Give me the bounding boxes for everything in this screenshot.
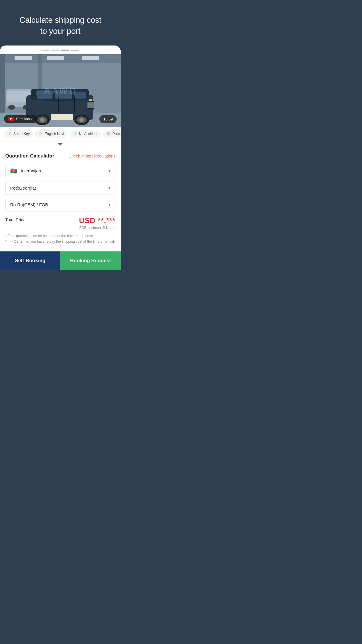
- svg-rect-28: [51, 114, 73, 120]
- car-image: AAWD See Video 1 / 59: [0, 54, 121, 127]
- dot-2: [51, 50, 59, 51]
- dot-4: [71, 50, 79, 51]
- dot-3: [61, 50, 69, 51]
- svg-point-24: [40, 118, 45, 122]
- car-watermark: AAWD: [44, 85, 77, 96]
- port-dropdown[interactable]: Poti(Georgia) ▾: [5, 181, 115, 195]
- svg-rect-2: [15, 56, 32, 60]
- port-chevron-icon: ▾: [108, 186, 110, 190]
- navi-icon: 🗺: [38, 132, 43, 136]
- card-container: AAWD See Video 1 / 59 ⚡ Smart Key 🗺 Engl…: [0, 46, 121, 251]
- shipping-dropdown-left: Ro-Ro(CBM) / FOB: [10, 202, 48, 207]
- feature-tag-navi: 🗺 English Navi: [35, 130, 67, 138]
- port-value: Poti(Georgia): [10, 186, 36, 190]
- country-value: Azerbaijan: [20, 168, 41, 173]
- country-chevron-icon: ▾: [108, 169, 110, 173]
- pagination-dots: [0, 46, 121, 54]
- booking-request-button[interactable]: Booking Request: [60, 251, 121, 270]
- country-dropdown[interactable]: 🇦🇿 Azerbaijan ▾: [5, 164, 115, 178]
- see-video-label: See Video: [16, 117, 34, 121]
- youtube-icon: [8, 117, 14, 121]
- svg-rect-19: [87, 102, 94, 105]
- noaccident-label: No Accident: [79, 132, 98, 136]
- image-counter: 1 / 59: [99, 115, 117, 123]
- feature-tag-smartkey: ⚡ Smart Key: [4, 130, 33, 138]
- country-flag: 🇦🇿: [10, 168, 17, 174]
- price-masked: **,***: [98, 216, 115, 225]
- footnote-line-2: * In FOB terms, you have to pay the ship…: [5, 239, 115, 244]
- total-price-label: Total Price: [5, 216, 26, 222]
- expand-row[interactable]: [0, 141, 121, 148]
- quotation-section: Quotation Calculator Check Import Regula…: [0, 148, 121, 251]
- quotation-header: Quotation Calculator Check Import Regula…: [5, 153, 115, 159]
- page-title: Calculate shipping cost to your port: [9, 15, 112, 37]
- footnote-line-1: * Final quotation can be changed at the …: [5, 233, 115, 239]
- check-import-link[interactable]: Check Import Regulations: [68, 154, 115, 158]
- shipping-dropdown[interactable]: Ro-Ro(CBM) / FOB ▾: [5, 198, 115, 211]
- dot-1: [41, 50, 50, 51]
- feature-tag-polic: 🛡 Polic...: [103, 130, 121, 138]
- navi-label: English Navi: [45, 132, 64, 136]
- polic-label: Polic...: [113, 132, 121, 136]
- card-inner: AAWD See Video 1 / 59 ⚡ Smart Key 🗺 Engl…: [0, 46, 121, 251]
- feature-tags-row: ⚡ Smart Key 🗺 English Navi ✓ No Accident…: [0, 127, 121, 141]
- shipping-value: Ro-Ro(CBM) / FOB: [10, 202, 48, 207]
- polic-icon: 🛡: [106, 132, 111, 136]
- quotation-title: Quotation Calculator: [5, 153, 54, 159]
- svg-rect-4: [82, 56, 99, 60]
- svg-rect-3: [47, 56, 64, 60]
- price-value-container: USD **,*** FOB, Incheon, S.Korea: [79, 216, 115, 230]
- footnote: * Final quotation can be changed at the …: [5, 233, 115, 244]
- bottom-buttons: Self-Booking Booking Request: [0, 251, 121, 270]
- smartkey-icon: ⚡: [7, 132, 12, 136]
- svg-point-10: [8, 105, 15, 110]
- svg-rect-20: [87, 105, 94, 108]
- page-header: Calculate shipping cost to your port: [0, 0, 121, 46]
- smartkey-label: Smart Key: [13, 132, 30, 136]
- price-sub-label: FOB, Incheon, S.Korea: [79, 226, 115, 230]
- country-dropdown-left: 🇦🇿 Azerbaijan: [10, 168, 41, 174]
- see-video-button[interactable]: See Video: [4, 115, 38, 123]
- price-value: USD **,***: [79, 216, 115, 225]
- expand-chevron-icon: [58, 143, 63, 146]
- svg-rect-31: [32, 95, 37, 98]
- self-booking-button[interactable]: Self-Booking: [0, 251, 60, 270]
- play-triangle: [10, 118, 12, 120]
- port-dropdown-left: Poti(Georgia): [10, 186, 36, 190]
- shipping-chevron-icon: ▾: [108, 202, 110, 207]
- noaccident-icon: ✓: [73, 132, 78, 136]
- svg-point-27: [79, 118, 84, 122]
- svg-rect-21: [89, 99, 92, 101]
- price-currency: USD: [79, 216, 95, 225]
- feature-tag-noaccident: ✓ No Accident: [70, 130, 101, 138]
- total-price-row: Total Price USD **,*** FOB, Incheon, S.K…: [5, 216, 115, 230]
